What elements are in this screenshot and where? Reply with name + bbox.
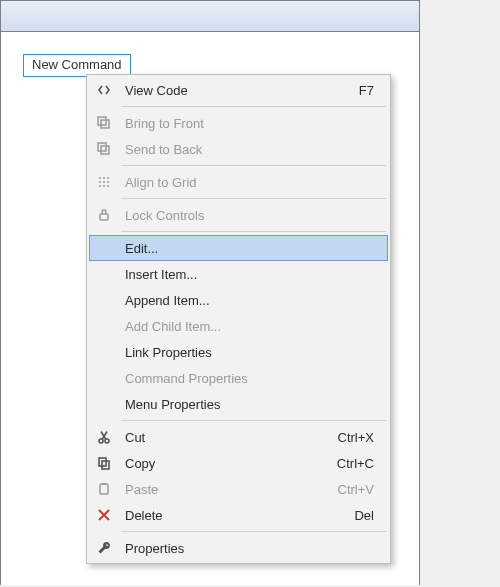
- menu-item-shortcut: Ctrl+C: [325, 456, 380, 471]
- menu-item-label: Menu Properties: [119, 397, 380, 412]
- svg-point-8: [103, 181, 105, 183]
- svg-rect-2: [98, 143, 106, 151]
- menu-item-delete[interactable]: Delete Del: [89, 502, 388, 528]
- paste-icon: [89, 481, 119, 497]
- menu-separator: [121, 198, 386, 199]
- menu-item-command-properties[interactable]: Command Properties: [89, 365, 388, 391]
- menu-item-label: Bring to Front: [119, 116, 380, 131]
- menu-item-cut[interactable]: Cut Ctrl+X: [89, 424, 388, 450]
- menu-item-paste[interactable]: Paste Ctrl+V: [89, 476, 388, 502]
- menu-item-send-to-back[interactable]: Send to Back: [89, 136, 388, 162]
- menu-item-link-properties[interactable]: Link Properties: [89, 339, 388, 365]
- lock-icon: [89, 207, 119, 223]
- menu-item-label: Append Item...: [119, 293, 380, 308]
- svg-rect-21: [102, 483, 106, 485]
- svg-point-6: [107, 177, 109, 179]
- svg-point-4: [99, 177, 101, 179]
- cut-icon: [89, 429, 119, 445]
- menu-item-menu-properties[interactable]: Menu Properties: [89, 391, 388, 417]
- bring-to-front-icon: [89, 115, 119, 131]
- menu-item-lock-controls[interactable]: Lock Controls: [89, 202, 388, 228]
- menu-separator: [121, 231, 386, 232]
- menu-item-shortcut: Ctrl+V: [326, 482, 380, 497]
- menu-item-edit[interactable]: Edit...: [89, 235, 388, 261]
- menu-item-label: Link Properties: [119, 345, 380, 360]
- menu-item-label: Delete: [119, 508, 342, 523]
- svg-point-11: [103, 185, 105, 187]
- menu-item-insert-item[interactable]: Insert Item...: [89, 261, 388, 287]
- svg-point-5: [103, 177, 105, 179]
- menu-item-label: Properties: [119, 541, 380, 556]
- svg-point-10: [99, 185, 101, 187]
- svg-rect-0: [101, 120, 109, 128]
- svg-rect-13: [100, 214, 108, 220]
- menu-item-view-code[interactable]: View Code F7: [89, 77, 388, 103]
- window-titlebar: [1, 1, 419, 32]
- menu-item-shortcut: F7: [347, 83, 380, 98]
- menu-item-label: View Code: [119, 83, 347, 98]
- menu-item-copy[interactable]: Copy Ctrl+C: [89, 450, 388, 476]
- menu-separator: [121, 106, 386, 107]
- menu-item-bring-to-front[interactable]: Bring to Front: [89, 110, 388, 136]
- menu-item-label: Command Properties: [119, 371, 380, 386]
- menu-item-shortcut: Ctrl+X: [326, 430, 380, 445]
- svg-rect-20: [100, 484, 108, 494]
- svg-rect-1: [98, 117, 106, 125]
- svg-point-9: [107, 181, 109, 183]
- menu-item-label: Copy: [119, 456, 325, 471]
- menu-item-label: Edit...: [119, 241, 379, 256]
- menu-item-properties[interactable]: Properties: [89, 535, 388, 561]
- svg-point-12: [107, 185, 109, 187]
- menu-item-shortcut: Del: [342, 508, 380, 523]
- menu-item-align-to-grid[interactable]: Align to Grid: [89, 169, 388, 195]
- svg-point-7: [99, 181, 101, 183]
- menu-item-label: Insert Item...: [119, 267, 380, 282]
- menu-item-label: Align to Grid: [119, 175, 380, 190]
- menu-item-label: Send to Back: [119, 142, 380, 157]
- svg-rect-3: [101, 146, 109, 154]
- menu-separator: [121, 165, 386, 166]
- new-command-label: New Command: [32, 57, 122, 72]
- align-grid-icon: [89, 174, 119, 190]
- menu-item-append-item[interactable]: Append Item...: [89, 287, 388, 313]
- delete-icon: [89, 507, 119, 523]
- menu-item-label: Lock Controls: [119, 208, 380, 223]
- context-menu: View Code F7 Bring to Front Send to Back: [86, 74, 391, 564]
- menu-separator: [121, 531, 386, 532]
- code-icon: [89, 82, 119, 98]
- menu-separator: [121, 420, 386, 421]
- wrench-icon: [89, 540, 119, 556]
- menu-item-label: Add Child Item...: [119, 319, 380, 334]
- menu-item-add-child-item[interactable]: Add Child Item...: [89, 313, 388, 339]
- copy-icon: [89, 455, 119, 471]
- menu-item-label: Cut: [119, 430, 326, 445]
- menu-item-label: Paste: [119, 482, 326, 497]
- designer-window: New Command View Code F7 Bring to Front: [0, 0, 420, 585]
- send-to-back-icon: [89, 141, 119, 157]
- designer-surface[interactable]: New Command View Code F7 Bring to Front: [1, 32, 419, 585]
